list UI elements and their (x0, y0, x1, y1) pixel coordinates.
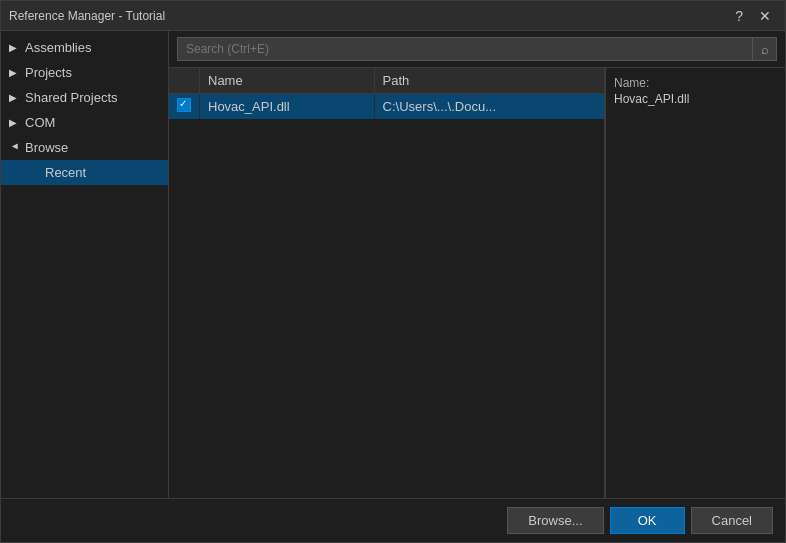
sidebar-item-label-browse: Browse (25, 140, 68, 155)
sidebar-item-label-recent: Recent (45, 165, 86, 180)
search-icon[interactable]: ⌕ (753, 37, 777, 61)
sidebar-item-label-assemblies: Assemblies (25, 40, 91, 55)
sidebar-item-label-com: COM (25, 115, 55, 130)
cancel-button[interactable]: Cancel (691, 507, 773, 534)
sidebar-item-com[interactable]: ▶COM (1, 110, 168, 135)
checkbox-checked-icon (177, 98, 191, 112)
right-panel: ⌕ Name Path Hovac_A (169, 31, 785, 498)
close-button[interactable]: ✕ (753, 7, 777, 25)
col-header-path: Path (374, 68, 604, 94)
title-bar-buttons: ? ✕ (729, 7, 777, 25)
bottom-bar: Browse... OK Cancel (1, 498, 785, 542)
sidebar-item-label-projects: Projects (25, 65, 72, 80)
sidebar-arrow-shared-projects: ▶ (9, 92, 21, 103)
sidebar-item-assemblies[interactable]: ▶Assemblies (1, 35, 168, 60)
ok-button[interactable]: OK (610, 507, 685, 534)
file-table-wrapper: Name Path Hovac_API.dllC:\Users\...\.Doc… (169, 68, 605, 498)
col-header-name: Name (200, 68, 375, 94)
content-area: Name Path Hovac_API.dllC:\Users\...\.Doc… (169, 68, 785, 498)
reference-manager-window: Reference Manager - Tutorial ? ✕ ▶Assemb… (0, 0, 786, 543)
sidebar-arrow-assemblies: ▶ (9, 42, 21, 53)
window-title: Reference Manager - Tutorial (9, 9, 165, 23)
col-header-checkbox (169, 68, 200, 94)
sidebar: ▶Assemblies▶Projects▶Shared Projects▶COM… (1, 31, 169, 498)
detail-label: Name: (614, 76, 777, 90)
help-button[interactable]: ? (729, 7, 749, 25)
table-header-row: Name Path (169, 68, 604, 94)
sidebar-arrow-browse: ▼ (10, 142, 21, 154)
title-bar: Reference Manager - Tutorial ? ✕ (1, 1, 785, 31)
row-path: C:\Users\...\.Docu... (374, 94, 604, 120)
sidebar-item-shared-projects[interactable]: ▶Shared Projects (1, 85, 168, 110)
sidebar-item-projects[interactable]: ▶Projects (1, 60, 168, 85)
row-checkbox[interactable] (169, 94, 200, 120)
detail-panel: Name: Hovac_API.dll (605, 68, 785, 498)
sidebar-item-recent[interactable]: Recent (1, 160, 168, 185)
sidebar-arrow-projects: ▶ (9, 67, 21, 78)
file-table: Name Path Hovac_API.dllC:\Users\...\.Doc… (169, 68, 604, 119)
table-row[interactable]: Hovac_API.dllC:\Users\...\.Docu... (169, 94, 604, 120)
main-content: ▶Assemblies▶Projects▶Shared Projects▶COM… (1, 31, 785, 498)
browse-button[interactable]: Browse... (507, 507, 603, 534)
sidebar-arrow-com: ▶ (9, 117, 21, 128)
search-bar: ⌕ (169, 31, 785, 68)
search-input[interactable] (177, 37, 753, 61)
detail-value: Hovac_API.dll (614, 92, 777, 106)
sidebar-item-browse[interactable]: ▼Browse (1, 135, 168, 160)
sidebar-item-label-shared-projects: Shared Projects (25, 90, 118, 105)
row-name: Hovac_API.dll (200, 94, 375, 120)
